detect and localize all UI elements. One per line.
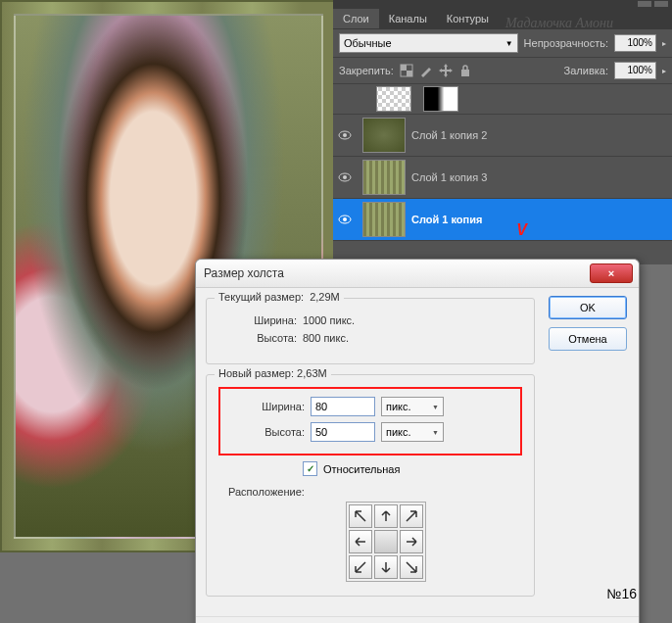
visibility-toggle[interactable] (333, 215, 357, 224)
anchor-ne[interactable] (400, 504, 423, 528)
anchor-e[interactable] (400, 530, 423, 553)
current-height-value: 800 пикс. (303, 332, 349, 344)
fill-input[interactable]: 100% (614, 62, 656, 79)
width-label: Ширина: (218, 314, 297, 326)
dialog-titlebar[interactable]: Размер холста × (196, 260, 639, 288)
canvas-size-dialog: Размер холста × OK Отмена Текущий размер… (195, 259, 640, 623)
layer-row[interactable]: Слой 1 копия (333, 199, 672, 241)
relative-checkbox[interactable]: ✓ Относительная (303, 461, 522, 476)
layer-row[interactable]: Слой 1 копия 2 (333, 115, 672, 157)
group-label: Текущий размер: (218, 291, 304, 303)
panel-tabs: Слои Каналы Контуры (333, 8, 672, 29)
layers-panel: Слои Каналы Контуры Обычные ▼ Непрозрачн… (333, 0, 672, 264)
layer-name: Слой 1 копия (411, 214, 672, 225)
blend-mode-value: Обычные (344, 37, 392, 49)
menu-icon[interactable] (654, 1, 668, 7)
layer-row[interactable] (333, 84, 672, 115)
height-label: Высота: (226, 426, 305, 438)
height-input[interactable] (311, 422, 375, 442)
width-input[interactable] (311, 397, 375, 416)
width-unit-select[interactable]: пикс.▼ (381, 397, 444, 416)
visibility-toggle[interactable] (333, 172, 357, 182)
width-label: Ширина: (226, 401, 305, 412)
cancel-button[interactable]: Отмена (549, 327, 627, 351)
highlighted-inputs: Ширина: пикс.▼ Высота: пикс.▼ (218, 387, 522, 455)
svg-rect-3 (461, 70, 469, 76)
height-label: Высота: (218, 332, 297, 344)
lock-label: Закрепить: (339, 65, 394, 76)
dialog-title: Размер холста (204, 266, 590, 280)
lock-transparent-icon[interactable] (400, 64, 413, 77)
layer-thumbnail (362, 118, 406, 153)
tab-layers[interactable]: Слои (333, 9, 379, 28)
anchor-se[interactable] (400, 555, 423, 579)
lock-all-icon[interactable] (458, 64, 472, 77)
anchor-sw[interactable] (349, 555, 372, 579)
layer-thumbnail (362, 160, 406, 195)
lock-move-icon[interactable] (439, 64, 453, 77)
chevron-down-icon: ▼ (432, 404, 439, 410)
anchor-grid (346, 502, 426, 582)
layer-thumbnail (376, 86, 411, 112)
anchor-center[interactable] (374, 530, 398, 553)
relative-label: Относительная (323, 463, 400, 475)
anchor-label: Расположение: (228, 486, 522, 498)
current-size-group: Текущий размер: 2,29M Ширина: 1000 пикс.… (206, 298, 535, 364)
page-number: №16 (606, 586, 637, 601)
new-size-group: Новый размер: 2,63M Ширина: пикс.▼ Высот… (206, 374, 535, 597)
opacity-flyout-icon[interactable]: ▸ (662, 39, 666, 48)
opacity-input[interactable]: 100% (614, 34, 656, 52)
current-size-value: 2,29M (310, 291, 340, 303)
panel-controls (333, 0, 672, 8)
anchor-n[interactable] (374, 504, 398, 528)
current-width-value: 1000 пикс. (303, 314, 355, 326)
layer-mask-thumbnail (423, 86, 458, 112)
chevron-down-icon: ▼ (432, 429, 439, 436)
close-button[interactable]: × (590, 264, 633, 283)
annotation-v: V (516, 221, 527, 239)
svg-rect-1 (401, 65, 407, 71)
fill-flyout-icon[interactable]: ▸ (662, 67, 666, 75)
layer-name: Слой 1 копия 3 (411, 171, 672, 183)
tab-channels[interactable]: Каналы (379, 9, 437, 28)
blend-mode-select[interactable]: Обычные ▼ (339, 33, 518, 53)
visibility-toggle[interactable] (333, 130, 357, 140)
layer-thumbnail (362, 202, 406, 237)
new-size-value: 2,63M (297, 367, 327, 379)
checkbox-icon: ✓ (303, 461, 317, 476)
layer-row[interactable]: Слой 1 копия 3 (333, 157, 672, 199)
anchor-nw[interactable] (349, 504, 372, 528)
height-unit-select[interactable]: пикс.▼ (381, 422, 444, 442)
collapse-icon[interactable] (638, 1, 651, 7)
layers-list: Слой 1 копия 2 Слой 1 копия 3 Слой 1 коп… (333, 84, 672, 241)
fill-label: Заливка: (564, 65, 608, 76)
svg-rect-2 (407, 71, 412, 76)
anchor-s[interactable] (374, 555, 398, 579)
ok-button[interactable]: OK (549, 296, 627, 319)
lock-brush-icon[interactable] (419, 64, 433, 77)
svg-point-5 (343, 133, 347, 137)
layer-name: Слой 1 копия 2 (411, 129, 672, 141)
tab-paths[interactable]: Контуры (437, 9, 499, 28)
opacity-label: Непрозрачность: (524, 37, 608, 49)
group-label: Новый размер: (218, 367, 294, 379)
svg-point-9 (343, 217, 347, 221)
svg-point-7 (343, 175, 347, 179)
anchor-w[interactable] (349, 530, 372, 553)
chevron-down-icon: ▼ (505, 39, 513, 48)
